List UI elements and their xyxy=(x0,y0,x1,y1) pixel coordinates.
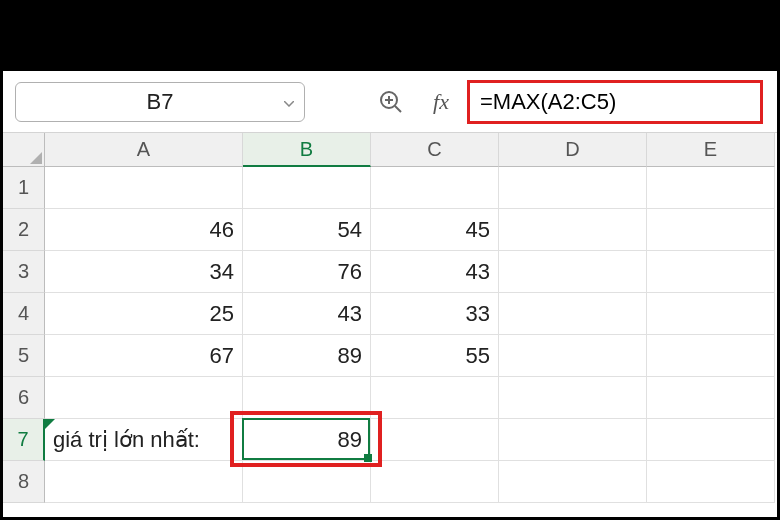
cell-C3[interactable]: 43 xyxy=(371,251,499,293)
col-header-B[interactable]: B xyxy=(243,133,371,167)
cell-A4[interactable]: 25 xyxy=(45,293,243,335)
cell-C7[interactable] xyxy=(371,419,499,461)
cell-C4[interactable]: 33 xyxy=(371,293,499,335)
row-header-3[interactable]: 3 xyxy=(3,251,45,293)
cell-E8[interactable] xyxy=(647,461,775,503)
row-header-8[interactable]: 8 xyxy=(3,461,45,503)
row-header-5[interactable]: 5 xyxy=(3,335,45,377)
cell-A8[interactable] xyxy=(45,461,243,503)
cell-D1[interactable] xyxy=(499,167,647,209)
zoom-search-icon[interactable] xyxy=(375,86,407,118)
cell-B4[interactable]: 43 xyxy=(243,293,371,335)
row-header-2[interactable]: 2 xyxy=(3,209,45,251)
name-box[interactable]: B7 xyxy=(15,82,305,122)
cell-D3[interactable] xyxy=(499,251,647,293)
col-header-D[interactable]: D xyxy=(499,133,647,167)
cells-container: 46 54 45 34 76 43 25 43 33 67 xyxy=(45,167,777,503)
cell-E4[interactable] xyxy=(647,293,775,335)
cell-A5[interactable]: 67 xyxy=(45,335,243,377)
cell-D7[interactable] xyxy=(499,419,647,461)
row-headers: 1 2 3 4 5 6 7 8 xyxy=(3,167,45,503)
cell-E1[interactable] xyxy=(647,167,775,209)
cell-A2[interactable]: 46 xyxy=(45,209,243,251)
cell-A3[interactable]: 34 xyxy=(45,251,243,293)
col-header-C[interactable]: C xyxy=(371,133,499,167)
formula-bar[interactable]: =MAX(A2:C5) xyxy=(467,80,763,124)
fx-icon[interactable]: fx xyxy=(425,86,457,118)
select-all-corner[interactable] xyxy=(3,133,45,167)
cell-B8[interactable] xyxy=(243,461,371,503)
cell-D4[interactable] xyxy=(499,293,647,335)
cell-A7[interactable]: giá trị lớn nhất: xyxy=(45,419,243,461)
cell-E5[interactable] xyxy=(647,335,775,377)
cell-E6[interactable] xyxy=(647,377,775,419)
column-headers: A B C D E xyxy=(45,133,777,167)
cell-C5[interactable]: 55 xyxy=(371,335,499,377)
cell-B7[interactable]: 89 xyxy=(243,419,371,461)
col-header-E[interactable]: E xyxy=(647,133,775,167)
cell-E7[interactable] xyxy=(647,419,775,461)
cell-B1[interactable] xyxy=(243,167,371,209)
cell-D2[interactable] xyxy=(499,209,647,251)
cell-D5[interactable] xyxy=(499,335,647,377)
cell-C1[interactable] xyxy=(371,167,499,209)
name-box-value: B7 xyxy=(147,89,174,115)
chevron-down-icon[interactable] xyxy=(284,94,294,110)
row-header-4[interactable]: 4 xyxy=(3,293,45,335)
col-header-A[interactable]: A xyxy=(45,133,243,167)
cell-A6[interactable] xyxy=(45,377,243,419)
row-header-6[interactable]: 6 xyxy=(3,377,45,419)
cell-C6[interactable] xyxy=(371,377,499,419)
cell-C8[interactable] xyxy=(371,461,499,503)
cell-B2[interactable]: 54 xyxy=(243,209,371,251)
row-header-7[interactable]: 7 xyxy=(3,419,45,461)
cell-D8[interactable] xyxy=(499,461,647,503)
corner-triangle-icon xyxy=(30,152,42,164)
cell-B6[interactable] xyxy=(243,377,371,419)
row-header-1[interactable]: 1 xyxy=(3,167,45,209)
svg-line-1 xyxy=(395,106,401,112)
cell-A1[interactable] xyxy=(45,167,243,209)
top-border-area xyxy=(3,3,777,71)
cell-E2[interactable] xyxy=(647,209,775,251)
cell-B5[interactable]: 89 xyxy=(243,335,371,377)
cell-E3[interactable] xyxy=(647,251,775,293)
cell-B3[interactable]: 76 xyxy=(243,251,371,293)
formula-bar-value: =MAX(A2:C5) xyxy=(480,89,616,115)
formula-toolbar: B7 fx =MAX(A2:C5) xyxy=(3,71,777,133)
cell-D6[interactable] xyxy=(499,377,647,419)
cell-C2[interactable]: 45 xyxy=(371,209,499,251)
